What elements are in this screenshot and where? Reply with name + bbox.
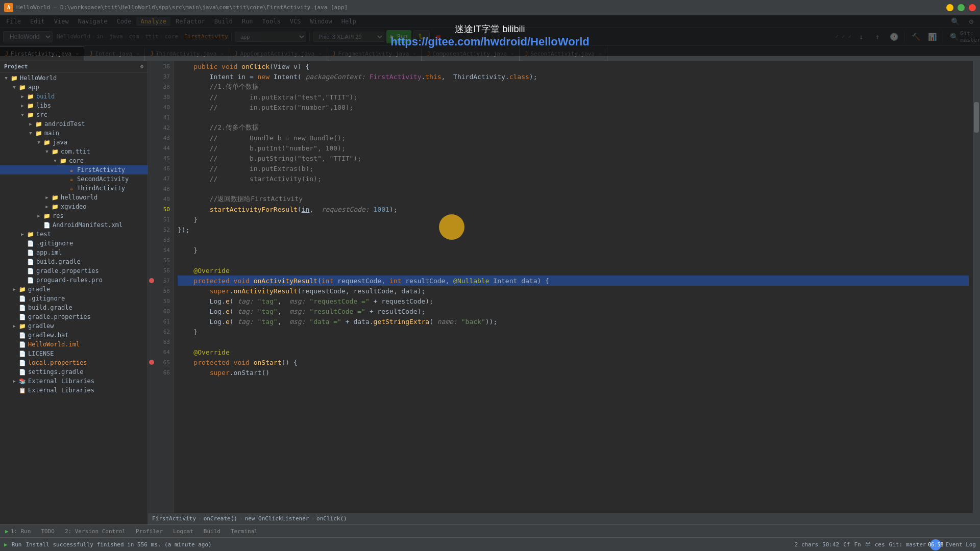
tab-close-icon[interactable]: ✕ <box>136 51 139 57</box>
sidebar-settings-icon[interactable]: ⚙ <box>140 63 143 70</box>
tab-appcompat[interactable]: J AppCompatActivity.java ✕ <box>229 46 327 61</box>
list-item[interactable]: ▶ 📁 gradlew <box>0 321 148 331</box>
list-item[interactable]: ▼ 📁 app <box>0 83 148 92</box>
tab-todo[interactable]: TODO <box>36 525 60 537</box>
list-item[interactable]: 📄 app.iml <box>0 248 148 257</box>
bc-helloworld: HelloWorld <box>57 33 90 40</box>
minimize-button[interactable] <box>946 4 953 11</box>
tab-firstactivity[interactable]: J FirstActivity.java ✕ <box>0 46 84 61</box>
list-item[interactable]: ▶ 📁 gradle <box>0 285 148 294</box>
tab-run[interactable]: ▶ 1: Run <box>0 525 36 537</box>
list-item[interactable]: ▶ 📁 helloworld <box>0 193 148 202</box>
menu-tools[interactable]: Tools <box>258 17 285 26</box>
code-line-59: Log. e ( tag: "tag" , msg: "requestCode … <box>178 296 969 306</box>
code-container[interactable]: 36 37 38 39 40 41 42 43 44 45 46 47 48 4… <box>148 61 980 513</box>
menu-window[interactable]: Window <box>306 17 336 26</box>
tab-secondactivity[interactable]: J SecondActivity.java ✕ <box>520 46 607 61</box>
list-item[interactable]: 📄 build.gradle <box>0 303 148 312</box>
menu-refactor[interactable]: Refactor <box>172 17 209 26</box>
list-item[interactable]: 📄 .gitignore <box>0 294 148 303</box>
tab-logcat[interactable]: Logcat <box>168 525 199 537</box>
tab-profiler[interactable]: Profiler <box>131 525 168 537</box>
menu-vcs[interactable]: VCS <box>286 17 305 26</box>
sidebar-item-thirdactivity[interactable]: ☕ ThirdActivity <box>0 184 148 193</box>
app-selector[interactable]: app <box>235 32 306 42</box>
list-item[interactable]: 📄 settings.gradle <box>0 367 148 377</box>
tab-thirdactivity[interactable]: J ThirdActivity.java ✕ <box>145 46 229 61</box>
tab-close-icon[interactable]: ✕ <box>220 51 224 57</box>
list-item[interactable]: 📄 .gitignore <box>0 239 148 248</box>
menu-run[interactable]: Run <box>238 17 257 26</box>
tab-close-icon[interactable]: ✕ <box>413 51 416 57</box>
list-item[interactable]: 📄 AndroidManifest.xml <box>0 220 148 230</box>
tab-close-icon[interactable]: ✕ <box>599 51 602 57</box>
sidebar-item-scratches[interactable]: 📋 External Libraries <box>0 386 148 395</box>
list-item[interactable]: 📄 build.gradle <box>0 257 148 266</box>
device-selector[interactable]: Pixel 3 XL API 29 <box>313 32 384 42</box>
list-item[interactable]: ▶ 📁 xgvideo <box>0 202 148 211</box>
menu-code[interactable]: Code <box>113 17 136 26</box>
tab-close-icon[interactable]: ✕ <box>318 51 322 57</box>
scrollbar-thumb[interactable] <box>974 102 979 133</box>
sidebar-item-secondactivity[interactable]: ☕ SecondActivity <box>0 174 148 184</box>
event-log-label[interactable]: Event Log <box>945 541 976 548</box>
project-selector[interactable]: HelloWorld <box>3 31 53 42</box>
sidebar-item-firstactivity[interactable]: ☕ FirstActivity <box>0 165 148 174</box>
list-item[interactable]: ▶ 📁 androidTest <box>0 119 148 129</box>
list-item[interactable]: 📄 gradle.properties <box>0 312 148 321</box>
status-right: 2 chars 50:42 Cf Fn 半 ces Git: master 06… <box>795 539 976 550</box>
bc-onclicklistener-label[interactable]: new OnClickListener <box>245 515 309 522</box>
run-button[interactable]: ▶ Run <box>386 30 411 43</box>
search-btn[interactable]: 🔍 <box>947 30 961 43</box>
list-item[interactable]: ▼ 📁 com.ttit <box>0 147 148 156</box>
list-item[interactable]: ▶ 📁 res <box>0 211 148 220</box>
menu-edit[interactable]: Edit <box>26 17 49 26</box>
debug-button[interactable]: 🐛 <box>413 30 430 43</box>
menu-view[interactable]: View <box>50 17 73 26</box>
vcs-push-btn[interactable]: ↑ <box>871 30 884 43</box>
bc-firstactivity-label[interactable]: FirstActivity <box>152 515 196 522</box>
list-item[interactable]: ▶ 📁 build <box>0 92 148 101</box>
list-item[interactable]: ▶ 📚 External Libraries <box>0 377 148 386</box>
list-item[interactable]: 📄 LICENSE <box>0 349 148 358</box>
maximize-button[interactable] <box>958 4 965 11</box>
list-item[interactable]: ▼ 📁 src <box>0 110 148 119</box>
list-item[interactable]: ▼ 📁 HelloWorld <box>0 73 148 83</box>
menu-file[interactable]: File <box>2 17 25 26</box>
menu-build[interactable]: Build <box>210 17 237 26</box>
tab-version-control[interactable]: 2: Version Control <box>60 525 131 537</box>
tab-intent[interactable]: J Intent.java ✕ <box>84 46 145 61</box>
profiler-btn[interactable]: 📊 <box>925 30 939 43</box>
history-btn[interactable]: 🕐 <box>887 30 900 43</box>
tab-close-icon[interactable]: ✕ <box>76 51 79 57</box>
vcs-update-btn[interactable]: ↓ <box>854 30 868 43</box>
list-item[interactable]: 📄 local.properties <box>0 358 148 367</box>
tab-component[interactable]: J ComponentActivity.java ✕ <box>422 46 520 61</box>
list-item[interactable]: ▶ 📁 test <box>0 230 148 239</box>
list-item[interactable]: ▶ 📁 libs <box>0 101 148 110</box>
build-btn[interactable]: 🔨 <box>909 30 922 43</box>
bc-oncreate-label[interactable]: onCreate() <box>204 515 237 522</box>
list-item[interactable]: 📄 gradlew.bat <box>0 331 148 340</box>
list-item[interactable]: ▼ 📁 java <box>0 138 148 147</box>
list-item[interactable]: 📄 HelloWorld.iml <box>0 340 148 349</box>
list-item[interactable]: ▼ 📁 main <box>0 129 148 138</box>
code-editor[interactable]: public void onClick (View v) { Intent in… <box>174 61 973 513</box>
minimap-scrollbar[interactable] <box>973 61 980 513</box>
menu-help[interactable]: Help <box>337 17 360 26</box>
list-item[interactable]: 📄 gradle.properties <box>0 266 148 276</box>
tab-close-icon[interactable]: ✕ <box>511 51 514 57</box>
window-controls[interactable] <box>946 4 976 11</box>
menu-navigate[interactable]: Navigate <box>74 17 112 26</box>
list-item[interactable]: ▼ 📁 core <box>0 156 148 165</box>
bc-onclick-label[interactable]: onClick() <box>316 515 347 522</box>
tab-fragment[interactable]: J FragmentActivity.java ✕ <box>327 46 422 61</box>
search-everywhere-btn[interactable]: 🔍 <box>948 15 962 28</box>
settings-btn[interactable]: ⚙ <box>965 15 978 28</box>
menu-analyze[interactable]: Analyze <box>136 17 170 26</box>
list-item[interactable]: 📄 proguard-rules.pro <box>0 276 148 285</box>
stop-button[interactable]: ■ <box>432 30 445 43</box>
close-button[interactable] <box>969 4 976 11</box>
tab-terminal[interactable]: Terminal <box>226 525 263 537</box>
tab-build[interactable]: Build <box>199 525 226 537</box>
